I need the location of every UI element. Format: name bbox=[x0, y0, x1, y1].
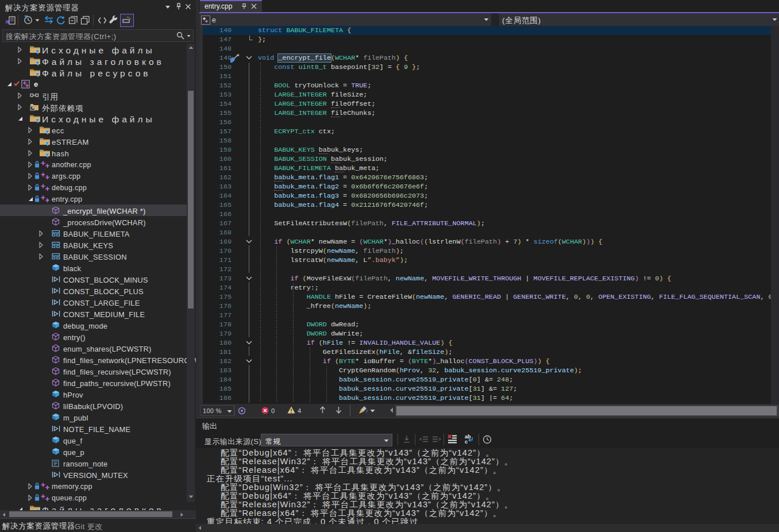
svg-text:c: c bbox=[465, 439, 468, 445]
